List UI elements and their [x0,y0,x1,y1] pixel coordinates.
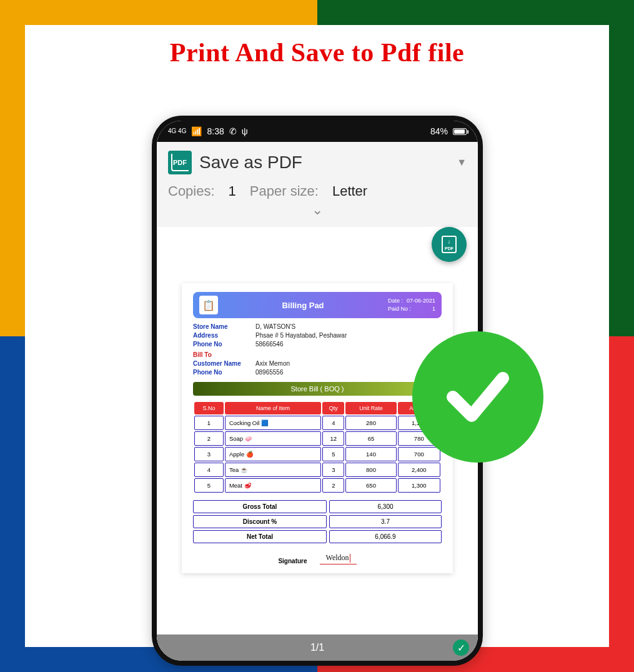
table-row: 2Soap 🧼1265780 [194,431,440,446]
bill-logo-icon: 📋 [199,296,218,314]
table-row: 5Meat 🥩26501,300 [194,478,440,493]
table-row: 4Tea ☕38002,400 [194,463,440,477]
download-pdf-icon [442,236,457,253]
pdf-icon: PDF [168,151,192,174]
page-indicator: 1/1 [310,642,324,653]
usb-icon: ψ [242,126,248,136]
expand-options-caret[interactable]: ⌄ [168,199,467,223]
battery-icon [453,128,467,135]
printer-dropdown[interactable]: Save as PDF [199,153,449,173]
status-bar: 4G 4G 📶 8:38 ✆ ψ 84% [157,121,478,142]
status-time: 8:38 [207,126,224,136]
signal-icon: 4G 4G [168,128,186,134]
table-row: 1Cocking Oil 🟦42801,120 [194,416,440,430]
pager-bar: 1/1 ✓ [157,634,478,661]
copies-value[interactable]: 1 [222,183,242,199]
items-table: S.No Name of Item Qty Unit Rate Amount 1… [193,401,442,494]
preview-page: 📋 Billing Pad Date :07-06-2021 Paid No :… [182,283,453,573]
print-dialog-header: PDF Save as PDF ▼ Copies: 1 Paper size: … [157,142,478,227]
success-check-overlay [412,331,543,463]
paper-size-value[interactable]: Letter [326,183,374,199]
signature-row: Signature Weldon [193,553,442,564]
bill-header-banner: 📋 Billing Pad Date :07-06-2021 Paid No :… [193,292,442,318]
chevron-down-icon[interactable]: ▼ [457,157,467,168]
download-pdf-fab[interactable] [432,227,467,262]
pager-confirm-button[interactable]: ✓ [453,639,469,656]
table-row: 3Apple 🍎5140700 [194,447,440,461]
battery-percent: 84% [430,126,448,136]
checkmark-icon [440,359,515,434]
copies-label: Copies: [168,183,215,199]
whatsapp-icon: ✆ [229,126,237,136]
paper-size-label: Paper size: [250,183,319,199]
bill-title: Billing Pad [224,301,382,310]
store-info-block: Store NameD, WATSON'S AddressPhsae # 5 H… [193,323,442,376]
section-banner: Store Bill ( BOQ ) [193,382,442,396]
totals-block: Gross Total6,300 Discount %3.7 Net Total… [193,500,442,543]
headline-text: Print And Save to Pdf file [0,38,634,68]
bill-to-label: Bill To [193,351,442,358]
